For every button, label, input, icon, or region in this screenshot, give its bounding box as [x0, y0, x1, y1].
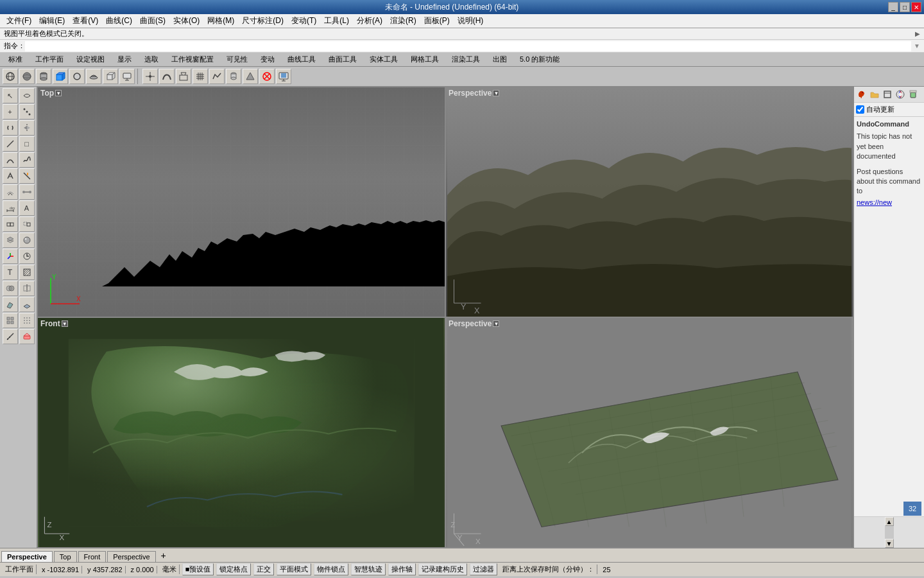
- menu-curve[interactable]: 曲线(C): [102, 14, 136, 28]
- lt-point-icon[interactable]: +: [3, 104, 18, 119]
- lt-rotate-icon[interactable]: [3, 120, 18, 136]
- command-expand[interactable]: ▼: [914, 42, 920, 49]
- vp-persp1-arrow[interactable]: ▼: [493, 90, 499, 96]
- toolbar-tab-transform[interactable]: 变动: [255, 53, 280, 66]
- toolbar-point-icon[interactable]: [142, 69, 158, 84]
- toolbar-tab-visibility[interactable]: 可见性: [221, 53, 253, 66]
- lt-boolean-icon[interactable]: [3, 281, 18, 296]
- rhino-icon[interactable]: [856, 89, 868, 100]
- btab-top[interactable]: Top: [54, 551, 77, 562]
- toolbar-tab-render[interactable]: 渲染工具: [446, 53, 486, 66]
- toolbar-pipe-icon[interactable]: [226, 69, 241, 84]
- panel-scroll-down[interactable]: ▼: [885, 539, 894, 548]
- status-preset[interactable]: ■预设值: [182, 563, 214, 575]
- toolbar-sphere-icon[interactable]: [19, 69, 35, 84]
- lt-multipoint-icon[interactable]: [19, 104, 35, 119]
- lt-ungroup-icon[interactable]: [19, 216, 35, 232]
- menu-tools[interactable]: 工具(L): [320, 14, 353, 28]
- toolbar-tab-standard[interactable]: 标准: [3, 53, 28, 66]
- panel-scroll-up[interactable]: ▲: [885, 517, 894, 526]
- lt-material-icon[interactable]: [19, 232, 35, 248]
- menu-transform[interactable]: 变动(T): [287, 14, 320, 28]
- lt-dim-icon[interactable]: dim: [3, 200, 18, 216]
- lt-annotate-icon[interactable]: A: [19, 200, 35, 216]
- menu-dim[interactable]: 尺寸标注(D): [238, 14, 287, 28]
- lt-blend-icon[interactable]: [19, 184, 35, 200]
- toolbar-monitor-icon[interactable]: [276, 69, 291, 84]
- viewport-front[interactable]: Z X Front ▼: [37, 317, 445, 548]
- toolbar-circle-icon[interactable]: [69, 69, 85, 84]
- menu-analyze[interactable]: 分析(A): [353, 14, 386, 28]
- toolbar-tab-select[interactable]: 选取: [139, 53, 164, 66]
- viewport-perspective1[interactable]: Y X Perspective ▼: [445, 87, 853, 317]
- toolbar-mesh-icon[interactable]: [176, 69, 191, 84]
- color-wheel-icon[interactable]: [894, 89, 906, 100]
- lt-line-icon[interactable]: [3, 136, 18, 152]
- toolbar-globe-icon[interactable]: [3, 69, 18, 84]
- toolbar-cube-icon[interactable]: [53, 69, 68, 84]
- status-record[interactable]: 记录建构历史: [418, 563, 467, 575]
- folder-icon[interactable]: [869, 89, 880, 100]
- lt-mirror-icon[interactable]: [19, 120, 35, 136]
- status-filter[interactable]: 过滤器: [470, 563, 497, 575]
- menu-mesh[interactable]: 网格(M): [203, 14, 238, 28]
- toolbar-grid-icon[interactable]: [193, 69, 208, 84]
- toolbar-polyline-icon[interactable]: [209, 69, 225, 84]
- lt-arc-icon[interactable]: [3, 152, 18, 168]
- btab-front[interactable]: Front: [78, 551, 107, 562]
- toolbar-cylinder-icon[interactable]: [36, 69, 51, 84]
- vp-top-arrow[interactable]: ▼: [55, 90, 62, 96]
- lt-measure-icon[interactable]: [3, 329, 18, 344]
- toolbar-tab-solid[interactable]: 实体工具: [364, 53, 404, 66]
- viewport-perspective2[interactable]: Y X Z Perspective ▼: [445, 317, 853, 548]
- vp-front-label[interactable]: Front ▼: [40, 319, 68, 328]
- lt-trim-icon[interactable]: [19, 168, 35, 184]
- lt-gumball-icon[interactable]: [3, 249, 18, 264]
- lt-layer-icon[interactable]: [3, 232, 18, 248]
- lt-offset-icon[interactable]: [3, 184, 18, 200]
- help-link[interactable]: news://new: [857, 198, 892, 206]
- lt-surface-icon[interactable]: [3, 297, 18, 312]
- btab-perspective2[interactable]: Perspective: [107, 551, 155, 562]
- lt-plane-icon[interactable]: [19, 297, 35, 312]
- toolbar-tab-curve[interactable]: 曲线工具: [282, 53, 321, 66]
- status-ortho[interactable]: 正交: [253, 563, 274, 575]
- lt-hatch-icon[interactable]: [19, 265, 35, 280]
- lt-dotmatrix-icon[interactable]: [19, 313, 35, 328]
- toolbar-screen-icon[interactable]: [119, 69, 135, 84]
- lt-lasso-icon[interactable]: [19, 88, 35, 103]
- toolbar-tab-display[interactable]: 显示: [112, 53, 137, 66]
- vp-front-arrow[interactable]: ▼: [62, 320, 68, 327]
- btab-add[interactable]: +: [157, 549, 170, 562]
- vp-persp2-label[interactable]: Perspective ▼: [449, 319, 499, 328]
- menu-render[interactable]: 渲染(R): [386, 14, 420, 28]
- menu-file[interactable]: 文件(F): [3, 14, 35, 28]
- toolbar-hat-icon[interactable]: [243, 69, 258, 84]
- lt-text-icon[interactable]: T: [3, 265, 18, 280]
- menu-panels[interactable]: 面板(P): [420, 14, 454, 28]
- btab-perspective[interactable]: Perspective: [1, 551, 53, 562]
- lt-history-icon[interactable]: [19, 249, 35, 264]
- lt-erase-icon[interactable]: [19, 329, 35, 344]
- lt-select-icon[interactable]: ↖: [3, 88, 18, 103]
- toolbar-tab-viewport[interactable]: 工作视窗配置: [166, 53, 219, 66]
- status-smarttrack[interactable]: 智慧轨迹: [351, 563, 386, 575]
- lt-grid-view-icon[interactable]: [3, 313, 18, 328]
- paint-bucket-icon[interactable]: [907, 89, 919, 100]
- lt-group-icon[interactable]: [3, 216, 18, 232]
- vp-persp1-label[interactable]: Perspective ▼: [449, 89, 499, 98]
- toolbar-box-icon[interactable]: [103, 69, 118, 84]
- minimize-button[interactable]: _: [888, 2, 898, 12]
- auto-update-checkbox[interactable]: [856, 105, 864, 114]
- status-gumball[interactable]: 操作轴: [388, 563, 416, 575]
- toolbar-halfsphere-icon[interactable]: [86, 69, 101, 84]
- close-button[interactable]: ✕: [911, 2, 921, 12]
- toolbar-tab-new50[interactable]: 5.0 的新功能: [514, 53, 565, 66]
- lt-rect-icon[interactable]: □: [19, 136, 35, 152]
- menu-view[interactable]: 查看(V): [69, 14, 102, 28]
- window-controls[interactable]: _ □ ✕: [888, 2, 921, 12]
- toolbar-tab-workplane[interactable]: 工作平面: [30, 53, 69, 66]
- toolbar-tab-setview[interactable]: 设定视图: [71, 53, 110, 66]
- menu-help[interactable]: 说明(H): [454, 14, 488, 28]
- command-input[interactable]: [25, 41, 911, 51]
